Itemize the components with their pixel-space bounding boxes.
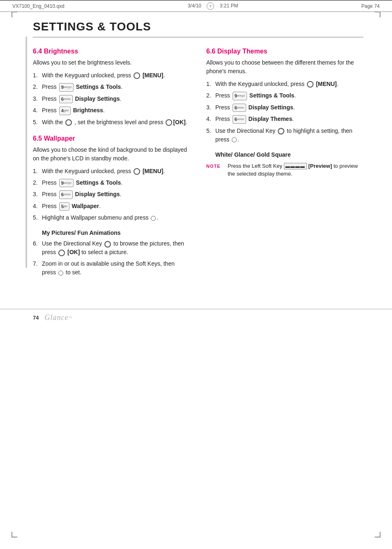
key-9wxyz-dt2: 9wxyz bbox=[233, 92, 247, 100]
key-6mno-w3: 6mno bbox=[59, 190, 73, 199]
footer-trademark: ™ bbox=[68, 316, 71, 320]
step-w3: 3. Press 6mno Display Settings. bbox=[33, 190, 190, 199]
dir-key-b5 bbox=[65, 119, 72, 126]
footer-brand: Glance bbox=[44, 313, 68, 322]
dir-key-dt5 bbox=[278, 128, 284, 134]
display-themes-heading: 6.6 Display Themes bbox=[206, 48, 363, 55]
menu-key-dt1 bbox=[307, 81, 314, 88]
step-w7: 7. Zoom in or out is available using the… bbox=[33, 259, 190, 277]
step-dt3: 3. Press 6mno Display Settings. bbox=[206, 103, 363, 112]
step-w6: 6. Use the Directional Key to browse the… bbox=[33, 239, 190, 257]
wallpaper-steps: 1. With the Keyguard unlocked, press [ME… bbox=[33, 167, 190, 222]
step-w1: 1. With the Keyguard unlocked, press [ME… bbox=[33, 167, 190, 176]
round-key-dt5 bbox=[232, 137, 237, 142]
column-left: 6.4 Brightness Allows you to set the bri… bbox=[33, 48, 190, 284]
key-9wxyz-w2: 9wxyz bbox=[59, 179, 74, 188]
key-5jkl-w4: 5jkl bbox=[59, 202, 69, 211]
section-wallpaper: 6.5 Wallpaper Allows you to choose the k… bbox=[33, 135, 190, 277]
left-accent bbox=[25, 37, 27, 268]
display-themes-intro: Allows you to choose between the differe… bbox=[206, 58, 363, 76]
step-b1: 1. With the Keyguard unlocked, press [ME… bbox=[33, 71, 190, 80]
round-key-w7 bbox=[58, 271, 63, 276]
wallpaper-sub-heading: My Pictures/ Fun Animations bbox=[42, 229, 190, 236]
footer-page-number: 74 bbox=[33, 315, 39, 321]
step-dt2: 2. Press 9wxyz Settings & Tools. bbox=[206, 91, 363, 100]
round-key-w5 bbox=[151, 216, 156, 221]
content-area: SETTINGS & TOOLS 6.4 Brightness Allows y… bbox=[0, 12, 392, 301]
key-6mno-dt4: 6mno bbox=[233, 115, 246, 124]
step-b3: 3. Press 6mno Display Settings. bbox=[33, 95, 190, 104]
step-dt4: 4. Press 6mno Display Themes. bbox=[206, 115, 363, 124]
key-6mno-dt3: 6mno bbox=[233, 104, 246, 112]
corner-br bbox=[375, 532, 380, 537]
step-b2: 2. Press 9wxyz Settings & Tools. bbox=[33, 83, 190, 92]
step-b5: 5. With the , set the brightness level a… bbox=[33, 118, 190, 127]
menu-key-w1 bbox=[134, 168, 140, 175]
step-dt5: 5. Use the Directional Key to highlight … bbox=[206, 127, 363, 144]
brightness-intro: Allows you to set the brightness levels. bbox=[33, 58, 190, 67]
section-display-themes: 6.6 Display Themes Allows you to choose … bbox=[206, 48, 363, 178]
step-w4: 4. Press 5jkl Wallpaper. bbox=[33, 202, 190, 211]
header-right: Page 74 bbox=[361, 3, 380, 9]
display-themes-sub-heading: White/ Glance/ Gold Square bbox=[215, 151, 363, 158]
soft-key-icon: ▬▬▬▬ bbox=[284, 163, 307, 169]
wallpaper-intro: Allows you to choose the kind of backgro… bbox=[33, 146, 190, 163]
key-6mno-b3: 6mno bbox=[59, 95, 73, 104]
page-title: SETTINGS & TOOLS bbox=[33, 20, 363, 38]
ok-key-w6 bbox=[58, 250, 65, 256]
wallpaper-steps2: 6. Use the Directional Key to browse the… bbox=[33, 239, 190, 277]
note-content: Press the Left Soft Key ▬▬▬▬ [Preview] t… bbox=[228, 162, 363, 178]
footer: 74 Glance ™ bbox=[0, 309, 392, 326]
header-center: 3/4/10 + 3:21 PM bbox=[188, 2, 238, 10]
brightness-steps: 1. With the Keyguard unlocked, press [ME… bbox=[33, 71, 190, 127]
corner-bl bbox=[12, 532, 17, 537]
note-block: NOTE Press the Left Soft Key ▬▬▬▬ [Previ… bbox=[206, 162, 363, 178]
key-4ghi-b4: 4ghi bbox=[59, 107, 71, 115]
menu-key-b1 bbox=[134, 72, 140, 79]
step-dt1: 1. With the Keyguard unlocked, press [ME… bbox=[206, 80, 363, 88]
step-b4: 4. Press 4ghi Brightness. bbox=[33, 106, 190, 115]
section-brightness: 6.4 Brightness Allows you to set the bri… bbox=[33, 48, 190, 127]
key-9wxyz-b2: 9wxyz bbox=[59, 83, 74, 92]
top-bar: VX7100_Eng_0410.qxd 3/4/10 + 3:21 PM Pag… bbox=[0, 0, 392, 12]
dir-key-w6 bbox=[104, 241, 111, 248]
display-themes-steps: 1. With the Keyguard unlocked, press [ME… bbox=[206, 80, 363, 144]
note-label: NOTE bbox=[206, 163, 225, 170]
ok-key-b5 bbox=[166, 119, 172, 126]
header-left: VX7100_Eng_0410.qxd bbox=[12, 3, 65, 9]
step-w5: 5. Highlight a Wallpaper submenu and pre… bbox=[33, 213, 190, 222]
column-right: 6.6 Display Themes Allows you to choose … bbox=[206, 48, 363, 284]
step-w2: 2. Press 9wxyz Settings & Tools. bbox=[33, 178, 190, 188]
wallpaper-heading: 6.5 Wallpaper bbox=[33, 135, 190, 142]
two-column-layout: 6.4 Brightness Allows you to set the bri… bbox=[33, 48, 363, 284]
brightness-heading: 6.4 Brightness bbox=[33, 48, 190, 55]
page-wrapper: VX7100_Eng_0410.qxd 3/4/10 + 3:21 PM Pag… bbox=[0, 0, 392, 549]
registration-mark: + bbox=[207, 2, 214, 10]
